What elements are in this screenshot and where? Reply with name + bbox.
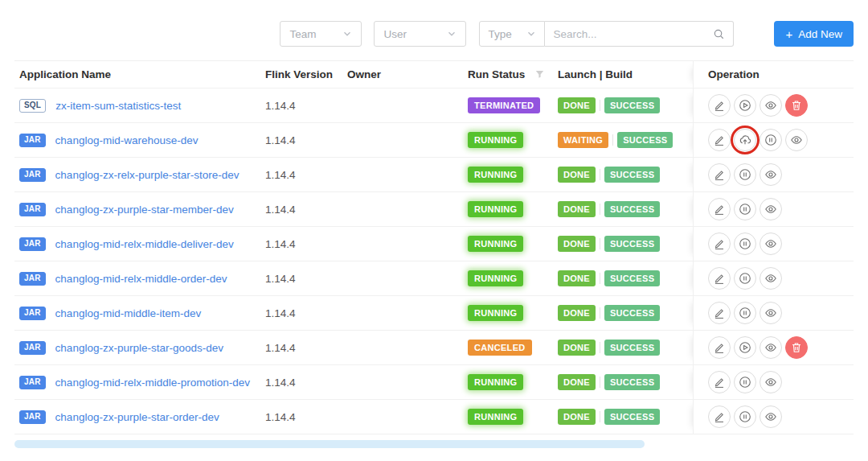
- launch-button[interactable]: [734, 129, 756, 151]
- filter-icon[interactable]: [534, 69, 545, 80]
- team-filter-select[interactable]: Team: [280, 21, 362, 47]
- launch-status-badge: DONE: [558, 374, 596, 390]
- edit-button[interactable]: [708, 371, 731, 393]
- badge-divider: [600, 342, 600, 353]
- operation-buttons: [693, 88, 854, 122]
- detail-button[interactable]: [760, 94, 782, 117]
- edit-button[interactable]: [708, 163, 731, 186]
- badge-divider: [600, 411, 600, 422]
- application-name-link[interactable]: changlog-mid-relx-middle-promotion-dev: [55, 377, 250, 389]
- eye-icon: [764, 376, 777, 389]
- operation-buttons: [693, 296, 854, 330]
- col-operation: Operation: [693, 61, 854, 88]
- application-name-link[interactable]: changlog-mid-warehouse-dev: [55, 134, 199, 146]
- table-row: JAR changlog-zx-relx-purple-star-store-d…: [14, 158, 854, 192]
- table-row: JAR changlog-mid-warehouse-dev 1.14.4 RU…: [14, 123, 854, 158]
- toolbar: Team User Type + Add New: [0, 21, 854, 47]
- application-name-link[interactable]: changlog-zx-purple-star-goods-dev: [55, 342, 223, 354]
- pause-button[interactable]: [734, 405, 756, 428]
- launch-status-badge: DONE: [558, 167, 596, 183]
- application-name-link[interactable]: changlog-zx-purple-star-member-dev: [55, 204, 234, 216]
- detail-button[interactable]: [760, 198, 782, 220]
- pause-button[interactable]: [734, 267, 756, 290]
- add-new-button[interactable]: + Add New: [774, 21, 854, 47]
- badge-divider: [600, 273, 600, 284]
- job-type-badge: JAR: [19, 307, 46, 320]
- detail-button[interactable]: [785, 129, 808, 151]
- type-filter-select[interactable]: Type: [479, 21, 545, 47]
- application-name-link[interactable]: changlog-mid-middle-item-dev: [55, 307, 202, 319]
- application-name-link[interactable]: zx-item-sum-statistics-test: [55, 100, 181, 112]
- pause-circle-icon: [739, 410, 751, 423]
- edit-button[interactable]: [708, 233, 731, 255]
- start-button[interactable]: [734, 94, 756, 117]
- search-group: Type: [479, 21, 734, 47]
- edit-button[interactable]: [708, 302, 731, 324]
- detail-button[interactable]: [760, 267, 782, 290]
- pencil-icon: [713, 99, 726, 112]
- edit-button[interactable]: [708, 267, 731, 290]
- table-row: JAR changlog-mid-relx-middle-order-dev 1…: [14, 261, 854, 296]
- pencil-icon: [713, 134, 726, 146]
- badge-divider: [600, 100, 600, 111]
- application-name-link[interactable]: changlog-mid-relx-middle-deliver-dev: [55, 238, 234, 250]
- detail-button[interactable]: [760, 371, 782, 393]
- job-type-badge: JAR: [19, 376, 46, 389]
- delete-button[interactable]: [785, 336, 808, 359]
- edit-button[interactable]: [708, 336, 731, 359]
- pause-circle-icon: [739, 168, 751, 181]
- operation-buttons: [693, 365, 854, 399]
- pause-button[interactable]: [760, 129, 782, 151]
- trash-icon: [790, 99, 803, 112]
- edit-button[interactable]: [708, 129, 731, 151]
- eye-icon: [764, 410, 777, 423]
- user-filter-select[interactable]: User: [374, 21, 466, 47]
- table-row: JAR changlog-zx-purple-star-order-dev 1.…: [14, 400, 854, 434]
- build-status-badge: SUCCESS: [617, 132, 673, 148]
- launch-status-badge: DONE: [558, 201, 596, 217]
- pencil-icon: [713, 272, 726, 285]
- run-status-badge: RUNNING: [468, 236, 523, 252]
- application-name-link[interactable]: changlog-zx-purple-star-order-dev: [55, 411, 219, 423]
- start-button[interactable]: [734, 336, 756, 359]
- col-launch-build: Launch | Build: [551, 68, 693, 80]
- application-name-link[interactable]: changlog-zx-relx-purple-star-store-dev: [55, 169, 240, 181]
- detail-button[interactable]: [760, 336, 782, 359]
- detail-button[interactable]: [760, 302, 782, 324]
- edit-button[interactable]: [708, 94, 731, 117]
- run-status-badge: RUNNING: [468, 374, 523, 390]
- edit-button[interactable]: [708, 405, 731, 428]
- flink-application-page: Team User Type + Add New Application Nam…: [0, 0, 868, 461]
- table-row: SQL zx-item-sum-statistics-test 1.14.4 T…: [14, 88, 854, 123]
- col-run-status: Run Status: [461, 68, 551, 80]
- horizontal-scrollbar[interactable]: [14, 440, 645, 448]
- eye-icon: [764, 168, 777, 181]
- detail-button[interactable]: [760, 163, 782, 186]
- detail-button[interactable]: [760, 405, 782, 428]
- flink-version: 1.14.4: [259, 411, 339, 423]
- build-status-badge: SUCCESS: [604, 305, 660, 321]
- pencil-icon: [713, 307, 726, 319]
- detail-button[interactable]: [760, 233, 782, 255]
- pause-button[interactable]: [734, 198, 756, 220]
- pause-button[interactable]: [734, 163, 756, 186]
- badge-divider: [600, 238, 600, 249]
- edit-button[interactable]: [708, 198, 731, 220]
- pause-button[interactable]: [734, 371, 756, 393]
- pause-button[interactable]: [734, 302, 756, 324]
- flink-version: 1.14.4: [259, 307, 339, 319]
- flink-version: 1.14.4: [259, 169, 339, 181]
- badge-divider: [600, 377, 600, 388]
- operation-buttons: [693, 227, 854, 261]
- team-filter-placeholder: Team: [289, 28, 316, 40]
- flink-version: 1.14.4: [259, 273, 339, 285]
- search-input[interactable]: [553, 28, 713, 40]
- build-status-badge: SUCCESS: [604, 374, 660, 390]
- launch-status-badge: DONE: [558, 236, 596, 252]
- application-name-link[interactable]: changlog-mid-relx-middle-order-dev: [55, 273, 227, 285]
- pause-button[interactable]: [734, 233, 756, 255]
- operation-buttons: [693, 331, 854, 364]
- pencil-icon: [713, 168, 726, 181]
- delete-button[interactable]: [785, 94, 808, 117]
- badge-divider: [600, 307, 600, 319]
